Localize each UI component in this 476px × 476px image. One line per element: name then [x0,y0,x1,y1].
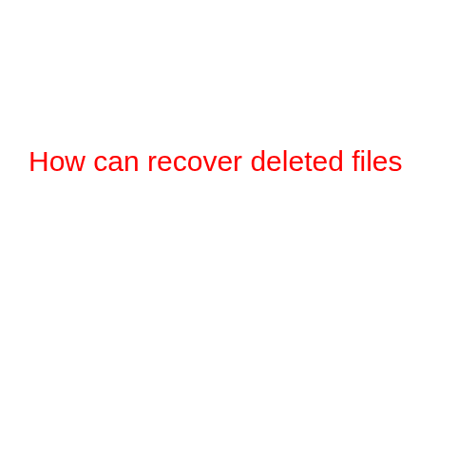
page-title: How can recover deleted files [29,145,403,178]
